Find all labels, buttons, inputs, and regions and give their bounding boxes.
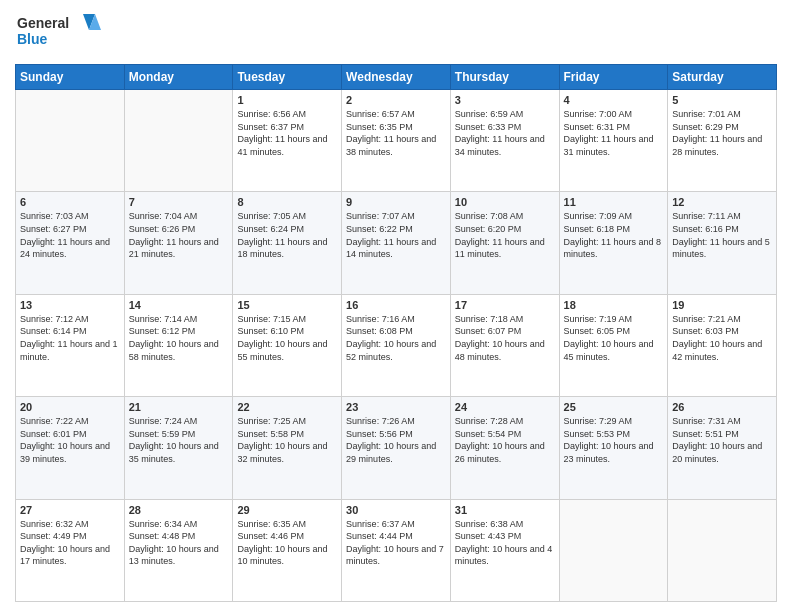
day-detail: Sunrise: 7:03 AM Sunset: 6:27 PM Dayligh… bbox=[20, 210, 120, 260]
day-number: 13 bbox=[20, 299, 120, 311]
calendar-week-2: 6Sunrise: 7:03 AM Sunset: 6:27 PM Daylig… bbox=[16, 192, 777, 294]
day-number: 27 bbox=[20, 504, 120, 516]
calendar-cell: 20Sunrise: 7:22 AM Sunset: 6:01 PM Dayli… bbox=[16, 397, 125, 499]
day-detail: Sunrise: 6:34 AM Sunset: 4:48 PM Dayligh… bbox=[129, 518, 229, 568]
day-number: 12 bbox=[672, 196, 772, 208]
calendar-cell bbox=[668, 499, 777, 601]
weekday-header-monday: Monday bbox=[124, 65, 233, 90]
day-detail: Sunrise: 6:38 AM Sunset: 4:43 PM Dayligh… bbox=[455, 518, 555, 568]
day-number: 26 bbox=[672, 401, 772, 413]
logo: General Blue bbox=[15, 10, 105, 56]
day-number: 10 bbox=[455, 196, 555, 208]
day-detail: Sunrise: 6:57 AM Sunset: 6:35 PM Dayligh… bbox=[346, 108, 446, 158]
calendar-week-1: 1Sunrise: 6:56 AM Sunset: 6:37 PM Daylig… bbox=[16, 90, 777, 192]
weekday-header-friday: Friday bbox=[559, 65, 668, 90]
calendar-week-4: 20Sunrise: 7:22 AM Sunset: 6:01 PM Dayli… bbox=[16, 397, 777, 499]
day-number: 19 bbox=[672, 299, 772, 311]
day-detail: Sunrise: 7:08 AM Sunset: 6:20 PM Dayligh… bbox=[455, 210, 555, 260]
calendar-cell: 12Sunrise: 7:11 AM Sunset: 6:16 PM Dayli… bbox=[668, 192, 777, 294]
day-number: 30 bbox=[346, 504, 446, 516]
day-number: 25 bbox=[564, 401, 664, 413]
weekday-header-row: SundayMondayTuesdayWednesdayThursdayFrid… bbox=[16, 65, 777, 90]
calendar-cell: 19Sunrise: 7:21 AM Sunset: 6:03 PM Dayli… bbox=[668, 294, 777, 396]
day-number: 16 bbox=[346, 299, 446, 311]
weekday-header-saturday: Saturday bbox=[668, 65, 777, 90]
day-detail: Sunrise: 7:19 AM Sunset: 6:05 PM Dayligh… bbox=[564, 313, 664, 363]
day-detail: Sunrise: 7:24 AM Sunset: 5:59 PM Dayligh… bbox=[129, 415, 229, 465]
calendar-cell: 28Sunrise: 6:34 AM Sunset: 4:48 PM Dayli… bbox=[124, 499, 233, 601]
day-detail: Sunrise: 7:00 AM Sunset: 6:31 PM Dayligh… bbox=[564, 108, 664, 158]
calendar-cell: 17Sunrise: 7:18 AM Sunset: 6:07 PM Dayli… bbox=[450, 294, 559, 396]
day-detail: Sunrise: 7:12 AM Sunset: 6:14 PM Dayligh… bbox=[20, 313, 120, 363]
weekday-header-sunday: Sunday bbox=[16, 65, 125, 90]
calendar-week-3: 13Sunrise: 7:12 AM Sunset: 6:14 PM Dayli… bbox=[16, 294, 777, 396]
calendar-cell: 30Sunrise: 6:37 AM Sunset: 4:44 PM Dayli… bbox=[342, 499, 451, 601]
day-number: 3 bbox=[455, 94, 555, 106]
day-detail: Sunrise: 6:32 AM Sunset: 4:49 PM Dayligh… bbox=[20, 518, 120, 568]
calendar-cell: 22Sunrise: 7:25 AM Sunset: 5:58 PM Dayli… bbox=[233, 397, 342, 499]
calendar-cell: 13Sunrise: 7:12 AM Sunset: 6:14 PM Dayli… bbox=[16, 294, 125, 396]
calendar-cell: 11Sunrise: 7:09 AM Sunset: 6:18 PM Dayli… bbox=[559, 192, 668, 294]
calendar-cell: 7Sunrise: 7:04 AM Sunset: 6:26 PM Daylig… bbox=[124, 192, 233, 294]
day-number: 21 bbox=[129, 401, 229, 413]
calendar-cell bbox=[559, 499, 668, 601]
calendar-cell: 4Sunrise: 7:00 AM Sunset: 6:31 PM Daylig… bbox=[559, 90, 668, 192]
day-detail: Sunrise: 7:14 AM Sunset: 6:12 PM Dayligh… bbox=[129, 313, 229, 363]
day-detail: Sunrise: 7:28 AM Sunset: 5:54 PM Dayligh… bbox=[455, 415, 555, 465]
calendar-cell: 2Sunrise: 6:57 AM Sunset: 6:35 PM Daylig… bbox=[342, 90, 451, 192]
calendar-cell: 5Sunrise: 7:01 AM Sunset: 6:29 PM Daylig… bbox=[668, 90, 777, 192]
day-detail: Sunrise: 7:31 AM Sunset: 5:51 PM Dayligh… bbox=[672, 415, 772, 465]
day-number: 17 bbox=[455, 299, 555, 311]
calendar-cell: 24Sunrise: 7:28 AM Sunset: 5:54 PM Dayli… bbox=[450, 397, 559, 499]
calendar-cell: 3Sunrise: 6:59 AM Sunset: 6:33 PM Daylig… bbox=[450, 90, 559, 192]
day-number: 5 bbox=[672, 94, 772, 106]
calendar-cell: 25Sunrise: 7:29 AM Sunset: 5:53 PM Dayli… bbox=[559, 397, 668, 499]
day-number: 28 bbox=[129, 504, 229, 516]
svg-text:General: General bbox=[17, 15, 69, 31]
day-detail: Sunrise: 7:26 AM Sunset: 5:56 PM Dayligh… bbox=[346, 415, 446, 465]
day-number: 14 bbox=[129, 299, 229, 311]
weekday-header-thursday: Thursday bbox=[450, 65, 559, 90]
day-detail: Sunrise: 6:56 AM Sunset: 6:37 PM Dayligh… bbox=[237, 108, 337, 158]
day-detail: Sunrise: 7:15 AM Sunset: 6:10 PM Dayligh… bbox=[237, 313, 337, 363]
page: General Blue SundayMondayTuesdayWednesda… bbox=[0, 0, 792, 612]
day-detail: Sunrise: 7:22 AM Sunset: 6:01 PM Dayligh… bbox=[20, 415, 120, 465]
calendar-cell: 26Sunrise: 7:31 AM Sunset: 5:51 PM Dayli… bbox=[668, 397, 777, 499]
day-number: 18 bbox=[564, 299, 664, 311]
day-number: 1 bbox=[237, 94, 337, 106]
logo-block: General Blue bbox=[15, 10, 105, 56]
day-number: 8 bbox=[237, 196, 337, 208]
calendar-cell: 1Sunrise: 6:56 AM Sunset: 6:37 PM Daylig… bbox=[233, 90, 342, 192]
day-number: 15 bbox=[237, 299, 337, 311]
day-number: 23 bbox=[346, 401, 446, 413]
weekday-header-wednesday: Wednesday bbox=[342, 65, 451, 90]
day-detail: Sunrise: 7:05 AM Sunset: 6:24 PM Dayligh… bbox=[237, 210, 337, 260]
day-number: 31 bbox=[455, 504, 555, 516]
day-number: 7 bbox=[129, 196, 229, 208]
day-number: 22 bbox=[237, 401, 337, 413]
svg-text:Blue: Blue bbox=[17, 31, 48, 47]
day-number: 2 bbox=[346, 94, 446, 106]
day-number: 29 bbox=[237, 504, 337, 516]
calendar-table: SundayMondayTuesdayWednesdayThursdayFrid… bbox=[15, 64, 777, 602]
day-number: 24 bbox=[455, 401, 555, 413]
calendar-cell: 31Sunrise: 6:38 AM Sunset: 4:43 PM Dayli… bbox=[450, 499, 559, 601]
day-detail: Sunrise: 7:09 AM Sunset: 6:18 PM Dayligh… bbox=[564, 210, 664, 260]
day-number: 4 bbox=[564, 94, 664, 106]
day-detail: Sunrise: 7:07 AM Sunset: 6:22 PM Dayligh… bbox=[346, 210, 446, 260]
day-number: 20 bbox=[20, 401, 120, 413]
day-detail: Sunrise: 6:59 AM Sunset: 6:33 PM Dayligh… bbox=[455, 108, 555, 158]
day-detail: Sunrise: 7:25 AM Sunset: 5:58 PM Dayligh… bbox=[237, 415, 337, 465]
calendar-cell: 15Sunrise: 7:15 AM Sunset: 6:10 PM Dayli… bbox=[233, 294, 342, 396]
calendar-cell: 18Sunrise: 7:19 AM Sunset: 6:05 PM Dayli… bbox=[559, 294, 668, 396]
calendar-cell: 27Sunrise: 6:32 AM Sunset: 4:49 PM Dayli… bbox=[16, 499, 125, 601]
calendar-week-5: 27Sunrise: 6:32 AM Sunset: 4:49 PM Dayli… bbox=[16, 499, 777, 601]
calendar-cell: 29Sunrise: 6:35 AM Sunset: 4:46 PM Dayli… bbox=[233, 499, 342, 601]
calendar-cell: 16Sunrise: 7:16 AM Sunset: 6:08 PM Dayli… bbox=[342, 294, 451, 396]
day-detail: Sunrise: 7:29 AM Sunset: 5:53 PM Dayligh… bbox=[564, 415, 664, 465]
calendar-cell: 14Sunrise: 7:14 AM Sunset: 6:12 PM Dayli… bbox=[124, 294, 233, 396]
day-detail: Sunrise: 7:18 AM Sunset: 6:07 PM Dayligh… bbox=[455, 313, 555, 363]
day-number: 9 bbox=[346, 196, 446, 208]
day-detail: Sunrise: 7:11 AM Sunset: 6:16 PM Dayligh… bbox=[672, 210, 772, 260]
calendar-cell: 9Sunrise: 7:07 AM Sunset: 6:22 PM Daylig… bbox=[342, 192, 451, 294]
